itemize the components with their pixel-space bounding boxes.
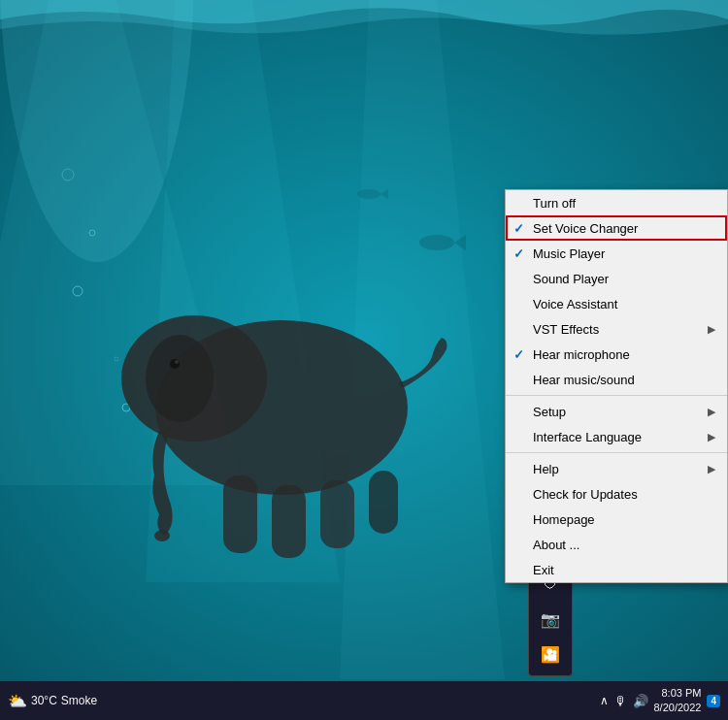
check-icon-music-player: ✓ xyxy=(513,246,524,261)
menu-label-turn-off: Turn off xyxy=(533,196,576,211)
menu-item-vst-effects[interactable]: VST Effects▶ xyxy=(506,316,727,342)
menu-label-voice-assistant: Voice Assistant xyxy=(533,297,617,311)
menu-item-setup[interactable]: Setup▶ xyxy=(506,399,727,424)
taskbar: ⛅ 30°C Smoke ∧ 🎙 🔊 8:03 PM 8/20/2022 4 xyxy=(0,681,728,720)
menu-label-check-for-updates: Check for Updates xyxy=(533,487,638,502)
svg-rect-17 xyxy=(272,485,306,558)
menu-item-interface-language[interactable]: Interface Language▶ xyxy=(506,424,727,449)
menu-item-music-player[interactable]: ✓Music Player xyxy=(506,241,727,266)
svg-rect-16 xyxy=(223,475,257,553)
menu-label-setup: Setup xyxy=(533,405,566,419)
tray-camera-icon[interactable]: 📷 xyxy=(535,604,566,635)
svg-rect-18 xyxy=(320,480,354,548)
show-hidden-icons-button[interactable]: ∧ xyxy=(600,694,609,707)
volume-icon[interactable]: 🔊 xyxy=(633,694,648,708)
tray-icons: 🎙 🔊 xyxy=(614,694,648,708)
menu-item-hear-microphone[interactable]: ✓Hear microphone xyxy=(506,342,727,367)
menu-item-sound-player[interactable]: Sound Player xyxy=(506,266,727,291)
context-menu: Turn off✓Set Voice Changer✓Music PlayerS… xyxy=(505,189,728,583)
menu-label-hear-microphone: Hear microphone xyxy=(533,347,630,362)
svg-point-24 xyxy=(357,189,381,199)
menu-label-exit: Exit xyxy=(533,563,554,577)
svg-point-20 xyxy=(170,359,180,369)
menu-label-hear-music-sound: Hear music/sound xyxy=(533,373,635,387)
taskbar-right: ∧ 🎙 🔊 8:03 PM 8/20/2022 4 xyxy=(600,686,729,716)
menu-item-exit[interactable]: Exit xyxy=(506,557,727,582)
menu-label-about: About ... xyxy=(533,538,579,552)
menu-item-check-for-updates[interactable]: Check for Updates xyxy=(506,481,727,507)
menu-label-music-player: Music Player xyxy=(533,246,605,261)
menu-label-help: Help xyxy=(533,462,559,476)
submenu-arrow-help: ▶ xyxy=(708,463,715,475)
menu-item-homepage[interactable]: Homepage xyxy=(506,507,727,532)
svg-point-22 xyxy=(419,235,454,250)
svg-point-15 xyxy=(146,335,214,422)
submenu-arrow-setup: ▶ xyxy=(708,406,715,418)
menu-item-set-voice-changer[interactable]: ✓Set Voice Changer xyxy=(506,215,727,241)
menu-label-sound-player: Sound Player xyxy=(533,272,609,286)
menu-item-turn-off[interactable]: Turn off xyxy=(506,190,727,215)
menu-item-hear-music-sound[interactable]: Hear music/sound xyxy=(506,367,727,392)
submenu-arrow-vst-effects: ▶ xyxy=(708,323,715,336)
check-icon-hear-microphone: ✓ xyxy=(513,347,524,362)
menu-label-set-voice-changer: Set Voice Changer xyxy=(533,221,638,236)
notification-badge[interactable]: 4 xyxy=(707,695,720,707)
weather-condition-label: Smoke xyxy=(61,694,97,707)
menu-separator xyxy=(506,452,727,453)
menu-label-vst-effects: VST Effects xyxy=(533,322,599,337)
svg-point-14 xyxy=(154,530,170,541)
taskbar-time[interactable]: 8:03 PM 8/20/2022 xyxy=(654,686,702,716)
svg-rect-19 xyxy=(369,471,398,534)
svg-point-21 xyxy=(175,360,179,364)
tray-video-icon[interactable]: 🎦 xyxy=(535,638,566,670)
clock-date: 8/20/2022 xyxy=(654,701,702,715)
menu-label-homepage: Homepage xyxy=(533,512,595,527)
taskbar-weather: ⛅ 30°C Smoke xyxy=(0,692,105,710)
menu-item-help[interactable]: Help▶ xyxy=(506,456,727,481)
weather-icon: ⛅ xyxy=(8,692,27,710)
temperature-label: 30°C xyxy=(31,694,57,707)
menu-separator xyxy=(506,395,727,396)
menu-item-about[interactable]: About ... xyxy=(506,532,727,557)
check-icon-set-voice-changer: ✓ xyxy=(513,221,524,236)
menu-item-voice-assistant[interactable]: Voice Assistant xyxy=(506,291,727,316)
clock-time: 8:03 PM xyxy=(661,686,701,701)
microphone-icon[interactable]: 🎙 xyxy=(614,694,627,708)
submenu-arrow-interface-language: ▶ xyxy=(708,431,715,443)
menu-label-interface-language: Interface Language xyxy=(533,430,642,444)
